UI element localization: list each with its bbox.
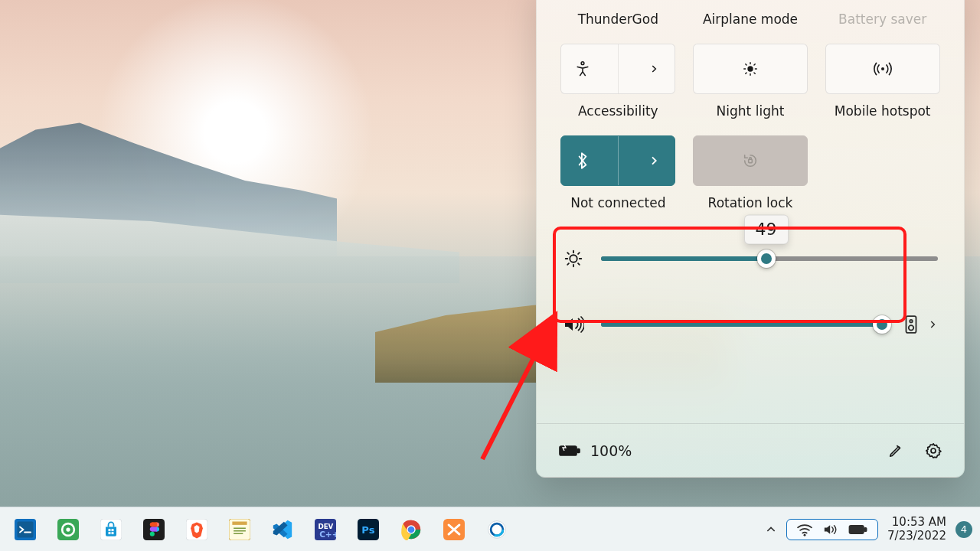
- svg-point-27: [150, 531, 155, 536]
- night-light-icon: [742, 60, 759, 77]
- quick-tiles-row-2: Accessibility Night light Mobile hotspot: [537, 44, 964, 119]
- system-tray-cluster[interactable]: [786, 519, 878, 540]
- taskbar-app-windows-terminal[interactable]: [6, 513, 44, 546]
- svg-rect-9: [577, 448, 580, 452]
- microsoft-store-icon: [100, 518, 122, 541]
- taskbar-clock[interactable]: 10:53 AM 7/23/2022: [887, 516, 946, 543]
- brightness-thumb[interactable]: [757, 249, 776, 268]
- svg-point-41: [408, 526, 415, 533]
- tile-label-wifi: ThunderGod: [578, 11, 658, 27]
- rotation-lock-tile[interactable]: [693, 135, 808, 186]
- svg-point-2: [881, 67, 884, 70]
- brightness-icon: [563, 249, 584, 269]
- brave-icon: [185, 518, 208, 541]
- battery-text: 100%: [590, 442, 632, 459]
- taskbar: DEVC++Ps 10:53 AM 7/23/2022 4: [0, 507, 980, 551]
- brightness-tooltip: 49: [744, 214, 789, 244]
- figma-icon: [142, 518, 165, 541]
- svg-text:C++: C++: [319, 529, 336, 538]
- taskbar-app-notepad-plus-plus[interactable]: [220, 513, 259, 546]
- svg-point-0: [581, 62, 584, 65]
- brightness-row: 49: [537, 249, 964, 269]
- dev-cpp-icon: DEVC++: [314, 518, 337, 541]
- rotation-lock-icon: [742, 152, 759, 169]
- svg-point-16: [66, 527, 70, 531]
- mobile-hotspot-tile[interactable]: [825, 44, 940, 94]
- hotspot-icon: [873, 60, 893, 77]
- volume-icon: [822, 523, 839, 536]
- taskbar-app-figma[interactable]: [135, 513, 173, 546]
- night-light-label: Night light: [717, 103, 785, 119]
- quick-settings-flyout: ThunderGod Airplane mode Battery saver A…: [536, 0, 965, 478]
- tray-overflow-button[interactable]: [765, 523, 777, 536]
- edit-quick-settings-button[interactable]: [887, 442, 904, 459]
- night-light-tile[interactable]: [693, 44, 808, 94]
- chevron-right-icon[interactable]: [927, 319, 938, 330]
- svg-point-4: [570, 255, 577, 262]
- svg-rect-3: [749, 159, 753, 163]
- svg-point-10: [931, 448, 936, 453]
- battery-status[interactable]: 100%: [558, 442, 632, 459]
- vscode-icon: [271, 518, 294, 541]
- taskbar-app-vscode[interactable]: [263, 513, 302, 546]
- wifi-icon: [796, 523, 813, 536]
- xampp-icon: [443, 518, 466, 541]
- svg-rect-32: [232, 521, 247, 524]
- quick-settings-footer: 100%: [537, 423, 964, 477]
- settings-button[interactable]: [924, 442, 942, 460]
- windows-terminal-icon: [14, 518, 37, 541]
- svg-rect-47: [849, 525, 864, 533]
- rotation-lock-label: Rotation lock: [708, 195, 793, 210]
- bluetooth-label: Not connected: [570, 195, 665, 210]
- mobile-hotspot-label: Mobile hotspot: [835, 103, 931, 119]
- chevron-right-icon[interactable]: [632, 44, 675, 93]
- accessibility-tile[interactable]: [560, 44, 675, 94]
- brightness-slider[interactable]: 49: [601, 256, 938, 261]
- svg-rect-48: [864, 527, 867, 531]
- svg-text:Ps: Ps: [361, 524, 374, 536]
- bluetooth-icon: [561, 136, 604, 185]
- volume-slider[interactable]: [601, 322, 887, 327]
- quick-tiles-row-1: ThunderGod Airplane mode Battery saver: [537, 0, 964, 27]
- quick-tiles-row-3: Not connected Rotation lock: [537, 135, 964, 210]
- battery-icon: [558, 443, 581, 458]
- taskbar-app-dev-cpp[interactable]: DEVC++: [306, 513, 345, 546]
- taskbar-app-cortana[interactable]: [478, 513, 516, 546]
- clock-date: 7/23/2022: [887, 530, 946, 543]
- svg-rect-28: [152, 522, 157, 527]
- taskbar-app-camtasia[interactable]: [49, 513, 87, 546]
- svg-rect-18: [109, 529, 111, 531]
- volume-row: [537, 315, 964, 334]
- svg-point-1: [748, 67, 753, 71]
- taskbar-app-photoshop[interactable]: Ps: [349, 513, 387, 546]
- taskbar-pinned-apps: DEVC++Ps: [0, 513, 516, 546]
- svg-rect-13: [18, 521, 34, 537]
- camtasia-icon: [57, 518, 80, 541]
- accessibility-icon: [561, 44, 604, 93]
- chevron-right-icon[interactable]: [632, 136, 675, 185]
- svg-point-7: [909, 325, 914, 331]
- battery-icon: [848, 523, 868, 536]
- svg-point-6: [910, 320, 912, 322]
- svg-rect-20: [109, 532, 111, 534]
- audio-output-icon[interactable]: [904, 315, 918, 334]
- svg-rect-19: [112, 529, 114, 531]
- notepad-plus-plus-icon: [228, 518, 251, 541]
- volume-icon[interactable]: [563, 315, 584, 334]
- tile-label-airplane: Airplane mode: [703, 11, 798, 27]
- volume-thumb[interactable]: [873, 315, 891, 334]
- taskbar-app-xampp[interactable]: [435, 513, 473, 546]
- clock-time: 10:53 AM: [892, 516, 946, 529]
- chrome-icon: [400, 518, 423, 541]
- taskbar-app-brave[interactable]: [178, 513, 216, 546]
- svg-point-46: [804, 533, 806, 536]
- svg-rect-21: [112, 532, 114, 534]
- photoshop-icon: Ps: [357, 518, 380, 541]
- accessibility-label: Accessibility: [578, 103, 658, 119]
- notifications-badge[interactable]: 4: [956, 521, 972, 538]
- svg-rect-29: [152, 527, 157, 531]
- taskbar-app-microsoft-store[interactable]: [92, 513, 130, 546]
- tile-label-battery-saver: Battery saver: [838, 11, 926, 27]
- bluetooth-tile[interactable]: [560, 135, 675, 186]
- taskbar-app-chrome[interactable]: [392, 513, 430, 546]
